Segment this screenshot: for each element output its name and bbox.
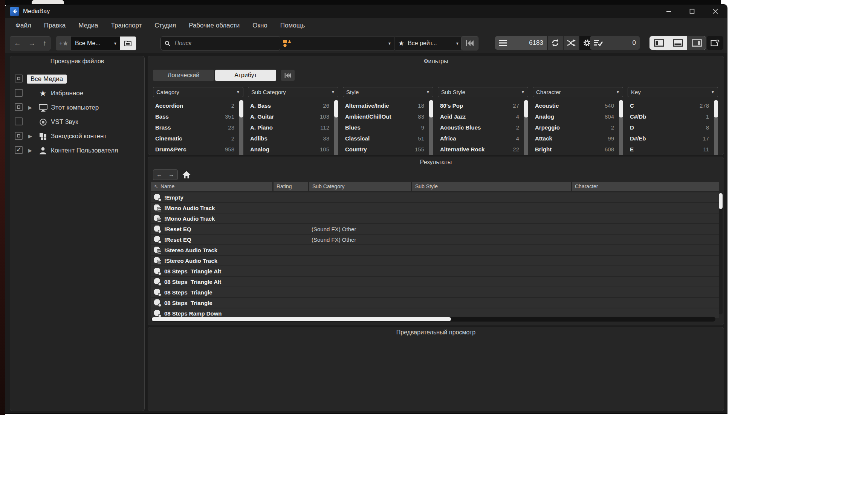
checkbox-checked[interactable] xyxy=(15,146,23,154)
menu-item-1[interactable]: Правка xyxy=(38,18,72,33)
results-home-button[interactable] xyxy=(182,171,191,178)
result-row[interactable]: 08 Steps Triangle Alt xyxy=(151,266,719,276)
results-column-header-character[interactable]: Character xyxy=(572,182,719,191)
sidebar-item-3[interactable]: VST Звук xyxy=(10,115,144,129)
sidebar-item-0[interactable]: Все Медиа xyxy=(10,72,144,86)
rating-select[interactable]: ★ Все рейт... ▼ xyxy=(394,36,463,50)
result-row[interactable]: !Empty xyxy=(151,192,719,202)
search-input[interactable] xyxy=(174,40,277,47)
filter-value-row[interactable]: Acid Jazz4 xyxy=(438,111,528,122)
filter-value-row[interactable]: Bright608 xyxy=(533,144,623,155)
results-forward-button[interactable]: → xyxy=(165,171,177,178)
filter-value-row[interactable]: Alternative/Indie18 xyxy=(343,100,433,111)
filter-value-row[interactable]: D8 xyxy=(628,122,718,133)
menu-item-7[interactable]: Помощь xyxy=(274,18,312,33)
result-row[interactable]: 08 Steps Triangle Alt xyxy=(151,277,719,287)
filter-value-row[interactable]: Analog804 xyxy=(533,111,623,122)
filter-value-row[interactable]: C278 xyxy=(628,100,718,111)
up-button[interactable]: ↑ xyxy=(43,39,47,47)
browse-containers-button[interactable] xyxy=(120,37,136,50)
filter-value-row[interactable]: Blues9 xyxy=(343,122,433,133)
filter-list-scrollbar[interactable] xyxy=(524,100,528,155)
result-row[interactable]: !Stereo Audio Track xyxy=(151,245,719,255)
filter-value-row[interactable]: Alternative Rock22 xyxy=(438,144,528,155)
filter-value-row[interactable]: Adlibs33 xyxy=(248,133,338,144)
minimize-button[interactable] xyxy=(657,5,680,18)
menu-item-3[interactable]: Транспорт xyxy=(105,18,148,33)
sidebar-item-label[interactable]: Заводской контент xyxy=(51,132,107,141)
checkbox-partial[interactable] xyxy=(15,75,23,82)
filter-value-row[interactable]: A. Piano112 xyxy=(248,122,338,133)
filter-value-row[interactable]: Cinematic2 xyxy=(153,133,243,144)
expand-arrow-icon[interactable]: ▶ xyxy=(28,105,32,110)
filter-value-row[interactable]: A. Guitar103 xyxy=(248,111,338,122)
filter-value-row[interactable]: Acoustic540 xyxy=(533,100,623,111)
forward-button[interactable]: → xyxy=(28,39,35,47)
filter-value-row[interactable]: Africa4 xyxy=(438,133,528,144)
result-row[interactable]: !Mono Audio Track xyxy=(151,203,719,213)
filter-attribute-select[interactable]: Key▼ xyxy=(628,87,718,97)
filter-list-scrollbar[interactable] xyxy=(334,100,338,155)
expand-arrow-icon[interactable]: ▶ xyxy=(28,133,32,139)
results-column-header-name[interactable]: ↖Name xyxy=(151,182,272,191)
filter-value-row[interactable]: Brass23 xyxy=(153,122,243,133)
filter-list-scrollbar[interactable] xyxy=(239,100,243,155)
filter-list-scrollbar[interactable] xyxy=(714,100,718,155)
menu-item-0[interactable]: Файл xyxy=(9,18,38,33)
scope-dropdown-arrow-icon[interactable]: ▼ xyxy=(110,37,120,50)
sidebar-item-label[interactable]: Контент Пользователя xyxy=(51,146,118,155)
toggle-bottom-zone-button[interactable] xyxy=(668,36,687,50)
filter-attribute-select[interactable]: Character▼ xyxy=(533,87,623,97)
menu-item-4[interactable]: Студия xyxy=(148,18,182,33)
result-row[interactable]: !Mono Audio Track xyxy=(151,214,719,223)
results-back-button[interactable]: ← xyxy=(153,171,165,178)
filter-reset-button[interactable] xyxy=(281,70,295,81)
filter-attribute-select[interactable]: Sub Category▼ xyxy=(248,87,338,97)
back-button[interactable]: ← xyxy=(14,39,21,47)
sidebar-item-2[interactable]: ▶Этот компьютер xyxy=(10,101,144,115)
results-vertical-scrollbar[interactable] xyxy=(719,192,723,314)
filter-value-row[interactable]: Analog105 xyxy=(248,144,338,155)
sidebar-item-1[interactable]: ★Избранное xyxy=(10,86,144,101)
sidebar-item-label[interactable]: Все Медиа xyxy=(27,75,67,84)
result-row[interactable]: 08 Steps Triangle xyxy=(151,287,719,297)
filter-value-row[interactable]: C#/Db1 xyxy=(628,111,718,122)
filter-value-row[interactable]: Drum&Perc958 xyxy=(153,144,243,155)
filter-attribute-select[interactable]: Sub Style▼ xyxy=(438,87,528,97)
filter-value-row[interactable]: Country155 xyxy=(343,144,433,155)
filter-tab-1[interactable]: Атрибут xyxy=(215,70,276,81)
result-row[interactable]: !Stereo Audio Track xyxy=(151,256,719,265)
checkbox-empty[interactable] xyxy=(15,117,23,125)
filter-value-row[interactable]: E11 xyxy=(628,144,718,155)
maximize-button[interactable] xyxy=(680,5,704,18)
filter-list-scrollbar[interactable] xyxy=(429,100,433,155)
sidebar-item-4[interactable]: ▶Заводской контент xyxy=(10,129,144,143)
toggle-left-zone-button[interactable] xyxy=(649,36,668,50)
checkbox-empty[interactable] xyxy=(15,89,23,97)
sidebar-item-label[interactable]: Этот компьютер xyxy=(51,103,99,112)
close-button[interactable] xyxy=(704,5,727,18)
filter-value-row[interactable]: Accordion2 xyxy=(153,100,243,111)
setup-window-layout-button[interactable] xyxy=(707,36,723,50)
filter-value-row[interactable]: Arpeggio2 xyxy=(533,122,623,133)
sidebar-item-5[interactable]: ▶Контент Пользователя xyxy=(10,143,144,158)
menu-item-5[interactable]: Рабочие области xyxy=(182,18,246,33)
sidebar-item-label[interactable]: Избранное xyxy=(51,89,83,98)
result-row[interactable]: 08 Steps Triangle xyxy=(151,298,719,308)
menu-item-2[interactable]: Медиа xyxy=(72,18,104,33)
checkbox-partial[interactable] xyxy=(15,103,23,111)
filter-value-row[interactable]: Classical51 xyxy=(343,133,433,144)
toggle-right-zone-button[interactable] xyxy=(687,36,706,50)
filter-tab-0[interactable]: Логический xyxy=(153,70,214,81)
filter-value-row[interactable]: A. Bass26 xyxy=(248,100,338,111)
menu-item-6[interactable]: Окно xyxy=(246,18,274,33)
refresh-button[interactable] xyxy=(548,36,563,50)
scope-select[interactable]: Все Ме... xyxy=(71,37,110,50)
checkbox-partial[interactable] xyxy=(15,132,23,140)
filter-attribute-select[interactable]: Category▼ xyxy=(153,87,243,97)
filter-value-row[interactable]: Ambient/ChillOut83 xyxy=(343,111,433,122)
media-type-select[interactable]: ▼ xyxy=(279,36,396,50)
filter-list-scrollbar[interactable] xyxy=(619,100,623,155)
result-row[interactable]: !Reset EQ(Sound FX) Other xyxy=(151,235,719,244)
filter-value-row[interactable]: Attack99 xyxy=(533,133,623,144)
